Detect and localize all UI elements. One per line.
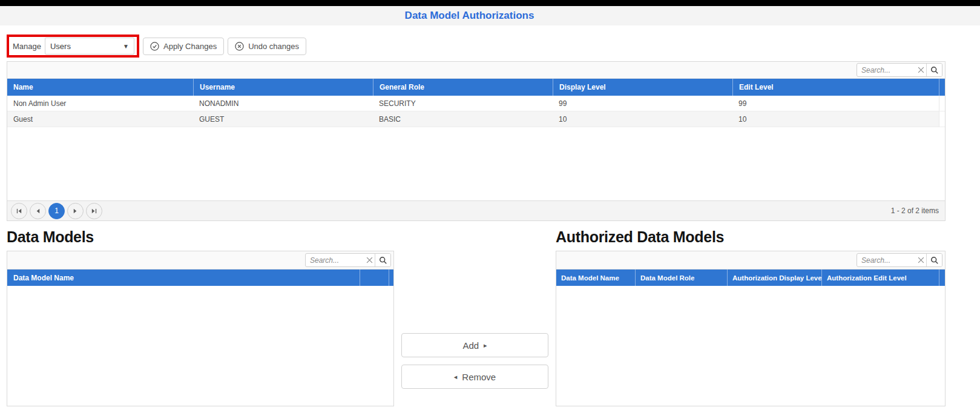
pager-last-button[interactable] [86, 203, 102, 219]
add-button[interactable]: Add ▸ [401, 333, 548, 357]
column-header-username[interactable]: Username [193, 79, 373, 96]
top-black-bar [0, 0, 980, 6]
page-header: Data Model Authorizations [0, 6, 980, 25]
lower-section: Data Models Data Model Name [7, 225, 945, 406]
data-models-toolbar [7, 251, 393, 269]
clear-search-icon[interactable] [364, 257, 375, 263]
search-icon[interactable] [926, 254, 942, 266]
page-title: Data Model Authorizations [405, 10, 534, 22]
apply-changes-label: Apply Changes [163, 42, 217, 51]
pager-first-button[interactable] [11, 203, 27, 219]
authorized-grid-body [556, 286, 945, 406]
pager-next-button[interactable] [67, 203, 84, 219]
cell-general-role: BASIC [373, 115, 553, 124]
users-grid-toolbar [7, 62, 945, 79]
manage-select-value: Users [50, 42, 123, 51]
column-header-general-role[interactable]: General Role [373, 79, 553, 96]
authorized-data-models-section: Authorized Data Models Data Model Name [556, 225, 945, 406]
users-search [857, 63, 942, 77]
cell-edit-level: 99 [732, 99, 939, 108]
data-models-grid-body [7, 286, 393, 406]
pager-page-1-button[interactable]: 1 [48, 203, 65, 219]
data-models-grid-header: Data Model Name [7, 269, 393, 286]
column-header-name[interactable]: Name [7, 79, 193, 96]
column-header-data-model-role[interactable]: Data Model Role [635, 269, 727, 286]
cell-name: Non Admin User [7, 99, 193, 108]
grid-empty-area [7, 127, 945, 200]
apply-changes-button[interactable]: Apply Changes [143, 38, 224, 55]
arrow-left-icon: ◂ [454, 373, 458, 381]
row-gutter [939, 96, 945, 111]
cell-display-level: 10 [553, 115, 732, 124]
header-gutter [939, 269, 945, 286]
x-circle-icon [235, 42, 244, 51]
cell-username: NONADMIN [193, 99, 373, 108]
users-grid-pager: 1 1 - 2 of 2 items [7, 200, 945, 220]
header-gutter [939, 79, 945, 96]
column-header-authorization-display-level[interactable]: Authorization Display Level [727, 269, 821, 286]
column-header-data-model-name[interactable]: Data Model Name [556, 269, 635, 286]
manage-label: Manage [13, 42, 41, 51]
remove-button-label: Remove [462, 372, 496, 382]
chevron-down-icon: ▼ [123, 43, 129, 50]
column-header-authorization-edit-level[interactable]: Authorization Edit Level [821, 269, 939, 286]
pager-summary: 1 - 2 of 2 items [891, 207, 939, 215]
row-gutter [939, 111, 945, 127]
table-row-guest[interactable]: Guest GUEST BASIC 10 10 [7, 111, 945, 127]
authorized-data-models-grid: Data Model Name Data Model Role Authoriz… [556, 251, 945, 406]
remove-button[interactable]: ◂ Remove [401, 365, 548, 389]
column-header-empty [360, 269, 389, 286]
data-models-search [305, 253, 391, 267]
manage-select[interactable]: Users ▼ [45, 38, 134, 55]
column-header-display-level[interactable]: Display Level [553, 79, 732, 96]
column-header-data-model-name[interactable]: Data Model Name [7, 269, 360, 286]
users-grid-header: Name Username General Role Display Level… [7, 79, 945, 96]
check-circle-icon [150, 42, 159, 51]
data-models-section: Data Models Data Model Name [7, 225, 394, 406]
arrow-right-icon: ▸ [484, 342, 487, 349]
authorized-data-models-heading: Authorized Data Models [556, 225, 945, 251]
users-grid: Name Username General Role Display Level… [7, 61, 945, 221]
search-icon[interactable] [375, 254, 390, 266]
cell-edit-level: 10 [732, 115, 939, 124]
add-button-label: Add [462, 340, 479, 351]
cell-display-level: 99 [553, 99, 732, 108]
data-models-grid: Data Model Name [7, 251, 394, 406]
authorized-toolbar [556, 251, 945, 269]
pager-buttons: 1 [11, 203, 102, 219]
annotation-highlight-red: Manage Users ▼ [7, 35, 139, 58]
authorized-search-input[interactable] [857, 254, 915, 266]
data-models-search-input[interactable] [306, 254, 364, 266]
manage-toolbar: Manage Users ▼ Apply Changes Undo change… [7, 35, 945, 58]
cell-general-role: SECURITY [373, 99, 553, 108]
clear-search-icon[interactable] [915, 257, 926, 263]
pager-prev-button[interactable] [30, 203, 46, 219]
search-icon[interactable] [926, 64, 942, 76]
authorized-grid-header: Data Model Name Data Model Role Authoriz… [556, 269, 945, 286]
transfer-buttons: Add ▸ ◂ Remove [394, 225, 556, 406]
authorized-search [857, 253, 942, 267]
header-gutter [389, 269, 393, 286]
main-content: Manage Users ▼ Apply Changes Undo change… [0, 35, 945, 406]
undo-changes-button[interactable]: Undo changes [228, 38, 306, 55]
clear-search-icon[interactable] [915, 67, 926, 73]
users-search-input[interactable] [857, 64, 915, 76]
cell-name: Guest [7, 115, 193, 124]
undo-changes-label: Undo changes [248, 42, 299, 51]
column-header-edit-level[interactable]: Edit Level [732, 79, 939, 96]
cell-username: GUEST [193, 115, 373, 124]
data-models-heading: Data Models [7, 225, 394, 251]
table-row-non-admin-user[interactable]: Non Admin User NONADMIN SECURITY 99 99 [7, 96, 945, 111]
